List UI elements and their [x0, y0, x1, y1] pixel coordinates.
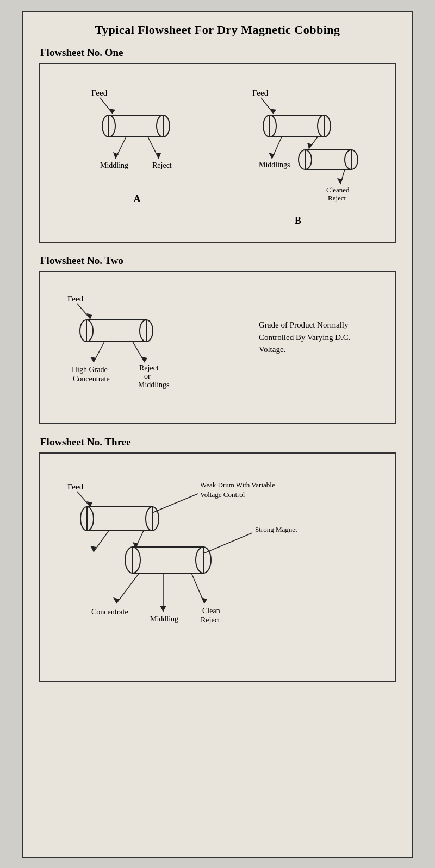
diagram-fs3: Feed Weak Drum With Variable Voltage Con…: [57, 468, 415, 663]
svg-line-58: [203, 533, 252, 553]
diagram-fs2: Feed High Grade Concentrate Reject: [57, 286, 231, 406]
flowsheet-2-inner: Feed High Grade Concentrate Reject: [51, 281, 384, 413]
svg-text:Concentrate: Concentrate: [73, 375, 110, 383]
section-title-3: Flowsheet No. Three: [40, 436, 396, 448]
svg-text:Weak Drum With Variable: Weak Drum With Variable: [200, 481, 275, 489]
svg-text:Feed: Feed: [67, 482, 84, 491]
svg-line-30: [77, 304, 90, 319]
svg-rect-3: [109, 115, 163, 137]
svg-marker-23: [269, 153, 275, 159]
svg-text:Middling: Middling: [150, 615, 178, 623]
svg-text:Reject: Reject: [328, 194, 346, 202]
svg-marker-63: [113, 597, 119, 603]
section-title-2: Flowsheet No. Two: [40, 255, 396, 267]
svg-rect-15: [270, 115, 324, 137]
svg-line-12: [261, 98, 274, 114]
diagram-a: Feed Middling Reject: [72, 78, 202, 187]
diagram-label-a: A: [134, 193, 141, 205]
svg-line-60: [94, 531, 109, 552]
svg-text:Strong Magnet: Strong Magnet: [255, 525, 297, 533]
svg-marker-1: [109, 109, 115, 114]
svg-text:Voltage Control: Voltage Control: [200, 490, 245, 499]
main-title: Typical Flowsheet For Dry Magnetic Cobbi…: [39, 23, 396, 37]
svg-text:High Grade: High Grade: [72, 366, 108, 374]
flowsheet-3-box: Feed Weak Drum With Variable Voltage Con…: [39, 452, 396, 682]
svg-text:Middling: Middling: [100, 161, 128, 169]
flowsheet-2-note: Grade of Product Normally Controlled By …: [248, 286, 378, 356]
flowsheet-1-box: Feed Middling Reject A: [39, 63, 396, 243]
svg-text:Reject: Reject: [152, 161, 172, 169]
svg-text:Clean: Clean: [202, 607, 220, 615]
svg-rect-33: [86, 320, 146, 342]
flowsheet-1-inner: Feed Middling Reject A: [51, 73, 384, 232]
svg-marker-40: [141, 357, 147, 362]
svg-text:Middlings: Middlings: [138, 381, 170, 389]
flowsheet-2-diagram: Feed High Grade Concentrate Reject: [57, 286, 248, 408]
flowsheet-1-col-b: Feed Middlings: [227, 78, 369, 227]
section-title-1: Flowsheet No. One: [40, 47, 396, 59]
flowsheet-1-col-a: Feed Middling Reject A: [66, 78, 208, 205]
feed-label-a: Feed: [91, 89, 108, 97]
note-line1: Grade of Product Normally: [259, 320, 349, 329]
page: Typical Flowsheet For Dry Magnetic Cobbi…: [22, 11, 413, 858]
svg-marker-69: [201, 597, 207, 603]
note-line3: Voltage.: [259, 345, 285, 354]
svg-rect-48: [87, 507, 152, 531]
svg-rect-56: [133, 547, 203, 573]
svg-text:or: or: [144, 372, 151, 380]
svg-text:Feed: Feed: [67, 294, 84, 303]
svg-line-0: [100, 98, 113, 114]
svg-line-50: [152, 494, 198, 513]
flowsheet-2-box: Feed High Grade Concentrate Reject: [39, 271, 396, 424]
diagram-label-b: B: [295, 215, 301, 227]
svg-text:Concentrate: Concentrate: [91, 608, 128, 616]
svg-marker-66: [160, 606, 166, 612]
svg-line-45: [77, 492, 90, 507]
flowsheet-3-inner: Feed Weak Drum With Variable Voltage Con…: [51, 462, 384, 671]
diagram-b: Feed Middlings: [233, 78, 363, 209]
svg-text:Middlings: Middlings: [259, 161, 290, 169]
svg-text:Feed: Feed: [252, 89, 269, 97]
svg-marker-13: [270, 109, 276, 114]
note-line2: Controlled By Varying D.C.: [259, 333, 350, 342]
svg-line-62: [116, 573, 139, 603]
svg-text:Cleaned: Cleaned: [326, 186, 350, 194]
svg-text:Reject: Reject: [139, 364, 159, 372]
svg-text:Reject: Reject: [201, 616, 220, 624]
